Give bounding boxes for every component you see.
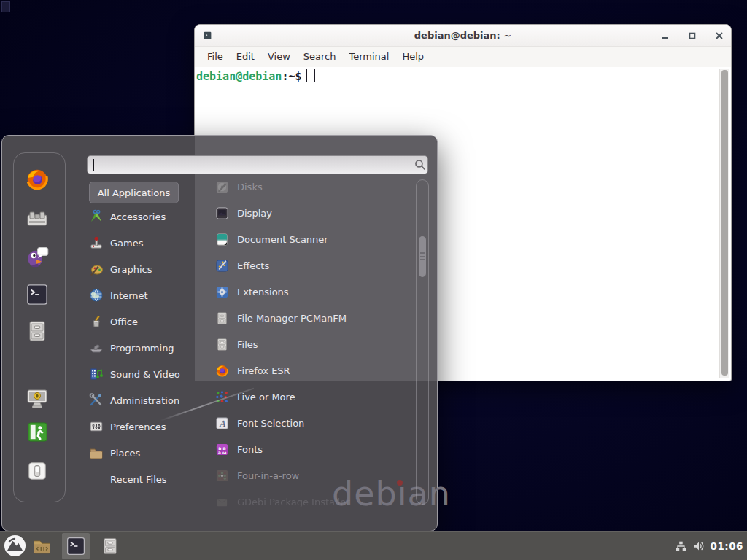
accessories-icon xyxy=(89,209,104,224)
graphics-icon xyxy=(89,262,104,276)
category-label: Office xyxy=(110,316,138,327)
app-effects[interactable]: Effects xyxy=(215,252,412,279)
prompt-suffix: :~$ xyxy=(282,70,301,83)
firefox-icon xyxy=(25,167,50,192)
favorite-file-manager-button[interactable] xyxy=(26,319,49,343)
blank-icon xyxy=(89,472,104,486)
apps-scrollbar-thumb[interactable] xyxy=(419,236,426,277)
font-selection-icon: A xyxy=(215,416,229,430)
category-preferences[interactable]: Preferences xyxy=(89,413,202,440)
category-programming[interactable]: Programming xyxy=(89,335,202,361)
session-log-out-button[interactable] xyxy=(26,421,49,443)
category-label: Accessories xyxy=(110,211,166,222)
file-cabinet-icon xyxy=(101,537,120,556)
apps-scrollbar[interactable] xyxy=(416,179,429,505)
tray-volume-icon[interactable] xyxy=(692,540,705,553)
taskbar-file-manager-button[interactable] xyxy=(32,537,52,556)
app-five-or-more[interactable]: Five or More xyxy=(215,384,412,410)
internet-icon xyxy=(89,288,104,303)
session-lock-screen-button[interactable] xyxy=(26,386,49,410)
lock-screen-icon xyxy=(26,386,49,410)
terminal-titlebar[interactable]: debian@debian: ~ xyxy=(195,25,731,47)
file-cabinet-icon xyxy=(26,319,49,343)
category-games[interactable]: Games xyxy=(89,230,202,256)
app-firefox-esr[interactable]: Firefox ESR xyxy=(215,357,412,384)
category-label: Administration xyxy=(110,395,179,406)
favorite-package-manager-button[interactable] xyxy=(26,208,49,231)
close-button[interactable] xyxy=(715,31,724,40)
terminal-scrollbar-thumb[interactable] xyxy=(721,70,728,376)
app-label: Fonts xyxy=(237,444,263,455)
taskbar-files-button[interactable] xyxy=(101,537,120,556)
app-fonts[interactable]: a aa ωFonts xyxy=(215,436,412,462)
app-label: Effects xyxy=(237,260,269,271)
category-places[interactable]: Places xyxy=(89,440,202,466)
tray-network-icon[interactable] xyxy=(674,540,687,553)
all-applications-button[interactable]: All Applications xyxy=(89,182,179,203)
category-label: Games xyxy=(110,238,143,249)
places-icon xyxy=(89,446,104,460)
app-four-in-a-row: Four-in-a-row xyxy=(215,462,412,489)
category-label: Sound & Video xyxy=(110,369,180,380)
favorite-pidgin-button[interactable] xyxy=(25,244,50,269)
terminal-menu-item-terminal[interactable]: Terminal xyxy=(342,47,395,67)
app-extensions[interactable]: Extensions xyxy=(215,279,412,305)
category-label: Preferences xyxy=(110,421,166,432)
category-sound-video[interactable]: Sound & Video xyxy=(89,361,202,387)
terminal-menubar: FileEditViewSearchTerminalHelp xyxy=(195,47,731,67)
category-recent-files[interactable]: Recent Files xyxy=(89,466,202,492)
search-caret xyxy=(93,159,94,171)
gdebi-icon xyxy=(215,495,229,509)
terminal-icon xyxy=(26,284,48,306)
preferences-icon xyxy=(89,419,104,434)
terminal-menu-item-file[interactable]: File xyxy=(201,47,230,67)
terminal-scrollbar[interactable] xyxy=(719,69,729,378)
logout-icon xyxy=(26,421,49,443)
app-label: Display xyxy=(237,208,272,219)
terminal-prompt: debian@debian:~$ xyxy=(196,69,315,83)
firefox-icon xyxy=(215,364,229,378)
category-label: Recent Files xyxy=(110,474,167,485)
app-display[interactable]: Display xyxy=(215,200,412,226)
favorite-firefox-button[interactable] xyxy=(25,167,50,192)
app-label: Firefox ESR xyxy=(237,365,290,376)
category-administration[interactable]: Administration xyxy=(89,387,202,413)
effects-icon xyxy=(215,259,229,273)
app-files[interactable]: Files xyxy=(215,331,412,357)
app-label: File Manager PCManFM xyxy=(237,313,347,324)
taskbar-terminal-button[interactable] xyxy=(62,533,90,559)
application-menu: debıan All Applications AccessoriesGames… xyxy=(1,135,438,532)
window-controls xyxy=(661,25,724,46)
app-disks: Disks xyxy=(215,174,412,200)
terminal-menu-item-search[interactable]: Search xyxy=(297,47,343,67)
app-search-input[interactable] xyxy=(87,155,428,174)
menu-logo-icon xyxy=(4,534,26,557)
taskbar: 01:06 xyxy=(0,531,747,560)
taskbar-menu-button[interactable] xyxy=(4,534,26,557)
category-graphics[interactable]: Graphics xyxy=(89,256,202,282)
category-accessories[interactable]: Accessories xyxy=(89,203,202,230)
desktop-corner-artifact xyxy=(1,1,10,12)
pidgin-icon xyxy=(25,244,50,269)
session-shut-down-button[interactable] xyxy=(26,460,48,482)
app-file-manager-pcmanfm[interactable]: File Manager PCManFM xyxy=(215,305,412,331)
terminal-menu-item-help[interactable]: Help xyxy=(395,47,430,67)
terminal-menu-item-edit[interactable]: Edit xyxy=(230,47,261,67)
prompt-user-host: debian@debian xyxy=(196,70,282,83)
maximize-button[interactable] xyxy=(688,31,697,40)
app-font-selection[interactable]: AFont Selection xyxy=(215,410,412,436)
sound-video-icon xyxy=(89,367,104,381)
app-document-scanner[interactable]: Document Scanner xyxy=(215,226,412,252)
favorite-terminal-button[interactable] xyxy=(26,284,48,306)
minimize-button[interactable] xyxy=(661,31,670,40)
system-tray: 01:06 xyxy=(674,532,743,560)
file-cabinet-icon xyxy=(215,338,229,351)
games-icon xyxy=(89,236,104,250)
app-gdebi-package-installer: GDebi Package Installer xyxy=(215,489,412,515)
app-label: Disks xyxy=(237,182,263,192)
taskbar-clock[interactable]: 01:06 xyxy=(711,540,743,552)
category-internet[interactable]: Internet xyxy=(89,282,202,308)
svg-text:A: A xyxy=(218,418,225,428)
category-office[interactable]: Office xyxy=(89,308,202,335)
terminal-menu-item-view[interactable]: View xyxy=(261,47,297,67)
